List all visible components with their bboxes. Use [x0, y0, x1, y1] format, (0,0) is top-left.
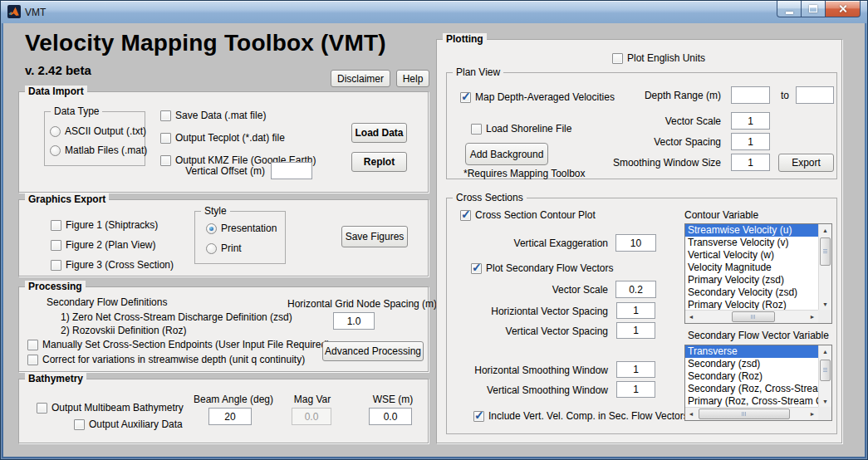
wse-input[interactable] — [369, 408, 412, 425]
version-label: v. 2.42 beta — [25, 63, 91, 77]
export-button[interactable]: Export — [778, 154, 834, 172]
processing-title: Processing — [25, 281, 86, 292]
map-velocities-checkbox[interactable] — [460, 92, 471, 103]
data-import-panel: Data Import Data Type ASCII Output (.txt… — [18, 91, 429, 193]
definition-1: 1) Zero Net Cross-Stream Discharge Defin… — [61, 311, 292, 323]
replot-button[interactable]: Replot — [351, 152, 407, 172]
auxiliary-checkbox[interactable] — [74, 419, 85, 430]
include-vert-checkbox[interactable] — [473, 411, 484, 422]
print-radio[interactable] — [206, 243, 217, 254]
multibeam-checkbox-row: Output Multibeam Bathymetry — [37, 402, 184, 414]
contour-variable-listbox: Streamwise Velocity (u) Transverse Veloc… — [684, 223, 832, 324]
h-vector-spacing-input[interactable] — [616, 302, 655, 319]
scroll-down-icon[interactable]: ▼ — [819, 395, 831, 407]
matlab-files-radio-row: Matlab Files (.mat) — [50, 144, 147, 156]
advanced-processing-button[interactable]: Advanced Processing — [322, 341, 424, 361]
list-item[interactable]: Velocity Magnitude — [685, 262, 818, 274]
vertical-scroll-thumb[interactable] — [820, 360, 831, 381]
scroll-right-icon[interactable]: ► — [807, 408, 818, 420]
list-item[interactable]: Vertical Velocity (w) — [685, 249, 818, 262]
horizontal-scrollbar[interactable]: ◄ ► — [685, 407, 818, 420]
scroll-right-icon[interactable]: ► — [807, 311, 818, 323]
maximize-button[interactable] — [801, 1, 826, 17]
manual-endpoints-checkbox[interactable] — [27, 340, 38, 350]
kmz-checkbox[interactable] — [160, 155, 171, 166]
vertical-scrollbar[interactable]: ▲ ▼ — [818, 224, 831, 310]
contour-plot-label: Cross Section Contour Plot — [475, 209, 596, 221]
ascii-output-label: ASCII Output (.txt) — [65, 125, 146, 137]
scroll-down-icon[interactable]: ▼ — [819, 298, 831, 310]
load-data-button[interactable]: Load Data — [351, 123, 407, 143]
vertical-scrollbar[interactable]: ▲ ▼ — [818, 345, 831, 407]
v-smoothing-label: Vertical Smoothing Window — [447, 384, 608, 396]
scroll-up-icon[interactable]: ▲ — [819, 345, 831, 357]
english-units-checkbox-row: Plot English Units — [612, 52, 705, 64]
secondary-vectors-checkbox-row: Plot Secondary Flow Vectors — [471, 262, 613, 274]
secondary-vectors-checkbox[interactable] — [471, 263, 482, 274]
secondary-flow-heading: Secondary Flow Definitions — [47, 296, 167, 308]
depth-from-input[interactable] — [731, 86, 770, 104]
minimize-button[interactable] — [777, 1, 802, 17]
tecplot-checkbox-row: Output Tecplot (*.dat) file — [160, 132, 285, 144]
figure1-checkbox-row: Figure 1 (Shiptracks) — [51, 219, 158, 231]
figure1-checkbox[interactable] — [51, 220, 61, 231]
v-vector-spacing-label: Vertical Vector Spacing — [447, 325, 608, 337]
shoreline-checkbox[interactable] — [471, 124, 482, 135]
figure2-checkbox[interactable] — [51, 240, 61, 251]
graphics-export-title: Graphics Export — [25, 193, 109, 205]
english-units-checkbox[interactable] — [612, 53, 623, 64]
horizontal-scrollbar[interactable]: ◄ ► — [685, 310, 818, 323]
save-figures-button[interactable]: Save Figures — [341, 226, 408, 247]
list-item[interactable]: Secondary (Roz, Cross-Stream C — [685, 383, 818, 395]
matlab-files-radio[interactable] — [50, 145, 61, 156]
save-data-checkbox-row: Save Data (.mat file) — [160, 110, 266, 121]
list-item[interactable]: Primary (Roz, Cross-Stream Comp — [685, 395, 818, 407]
contour-plot-checkbox[interactable] — [460, 210, 471, 221]
vertical-offset-input[interactable] — [271, 162, 312, 179]
figure3-checkbox[interactable] — [51, 260, 61, 271]
close-button[interactable] — [825, 1, 861, 17]
v-smoothing-input[interactable] — [616, 381, 655, 398]
scroll-left-icon[interactable]: ◄ — [685, 311, 697, 323]
multibeam-checkbox[interactable] — [37, 403, 47, 414]
pv-vector-scale-input[interactable] — [731, 112, 770, 130]
cs-vector-scale-input[interactable] — [615, 281, 656, 298]
scroll-up-icon[interactable]: ▲ — [819, 224, 831, 236]
help-button[interactable]: Help — [396, 70, 429, 87]
pv-smoothing-input[interactable] — [731, 154, 770, 171]
list-item[interactable]: Primary Velocity (zsd) — [685, 274, 818, 286]
list-item[interactable]: Primary Velocity (Roz) — [685, 299, 818, 310]
title-bar[interactable]: VMT — [1, 1, 867, 23]
list-item[interactable]: Secondary (Roz) — [685, 370, 818, 383]
figure2-label: Figure 2 (Plan View) — [66, 239, 156, 251]
horizontal-scroll-thumb[interactable] — [699, 409, 790, 419]
pv-vector-spacing-input[interactable] — [731, 133, 770, 150]
grid-spacing-input[interactable] — [333, 312, 375, 330]
disclaimer-button[interactable]: Disclaimer — [331, 70, 390, 87]
list-item[interactable]: Transverse — [685, 345, 818, 358]
tecplot-label: Output Tecplot (*.dat) file — [175, 132, 285, 144]
vert-exag-input[interactable] — [615, 234, 656, 252]
save-data-checkbox[interactable] — [160, 110, 171, 121]
tecplot-checkbox[interactable] — [160, 133, 171, 144]
correct-depth-checkbox[interactable] — [27, 355, 38, 365]
list-item[interactable]: Secondary Velocity (zsd) — [685, 286, 818, 299]
horizontal-scroll-thumb[interactable] — [732, 311, 775, 322]
secondary-variable-items: Transverse Secondary (zsd) Secondary (Ro… — [685, 345, 818, 407]
depth-to-input[interactable] — [796, 86, 834, 104]
list-item[interactable]: Streamwise Velocity (u) — [685, 224, 818, 237]
scroll-left-icon[interactable]: ◄ — [685, 408, 697, 420]
vertical-scroll-thumb[interactable] — [820, 237, 831, 266]
figure2-checkbox-row: Figure 2 (Plan View) — [51, 239, 156, 251]
add-background-button[interactable]: Add Background — [465, 143, 548, 165]
v-vector-spacing-input[interactable] — [616, 322, 655, 339]
list-item[interactable]: Transverse Velocity (v) — [685, 237, 818, 249]
beam-angle-input[interactable] — [208, 408, 252, 425]
shoreline-checkbox-row: Load Shoreline File — [471, 123, 571, 135]
presentation-radio[interactable] — [206, 223, 217, 234]
minimize-icon — [786, 12, 793, 14]
h-smoothing-input[interactable] — [616, 361, 655, 378]
list-item[interactable]: Secondary (zsd) — [685, 358, 818, 370]
save-data-label: Save Data (.mat file) — [175, 110, 266, 121]
ascii-output-radio[interactable] — [50, 126, 61, 137]
